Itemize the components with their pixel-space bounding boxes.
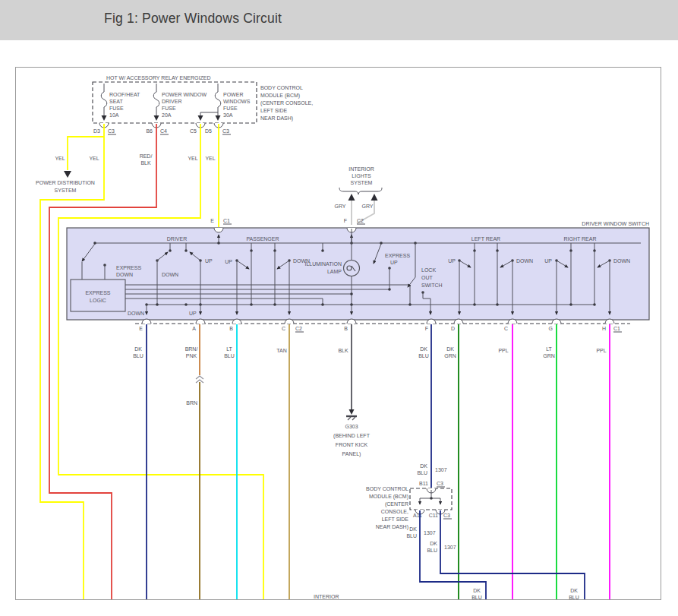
fuse2-line4: 20A	[162, 112, 172, 118]
int-lights-line2: LIGHTS	[352, 173, 371, 178]
bcm-top-line1: BODY CONTROL	[260, 85, 303, 90]
bcm-l4: CONSOLE,	[381, 509, 408, 514]
lbl-f-2: BLU	[418, 353, 429, 359]
label-down-driver: DOWN	[162, 272, 178, 277]
conn-b2: B	[344, 326, 348, 331]
lbl-e-1: DK	[134, 346, 142, 352]
label-out-down: DOWN	[128, 311, 144, 316]
bcm-l6: NEAR DASH)	[376, 524, 408, 530]
pin-c3b: C3	[222, 128, 229, 134]
bcm-top-line3: (CENTER CONSOLE,	[260, 100, 313, 106]
switchbox-title: DRIVER WINDOW SWITCH	[582, 221, 649, 226]
illum-line1: ILLUMINATION	[305, 261, 342, 267]
g303-line3: FRONT KICK	[336, 442, 368, 447]
lbl-g-1: LT	[546, 346, 552, 352]
express-down-line1: EXPRESS	[116, 265, 141, 270]
pin-d3: D3	[93, 128, 100, 134]
fuse3-line2: WINDOWS	[223, 99, 251, 104]
lbl-h-ppl: PPL	[596, 348, 606, 353]
conn-g: G	[549, 326, 553, 331]
label-bot-dkblu-a1: DK	[473, 588, 481, 593]
fuse3-line3: FUSE	[223, 106, 238, 111]
label-down-right-rear: DOWN	[613, 258, 630, 264]
label-bot-dkblu-a2: BLU	[471, 595, 482, 600]
label-interior: INTERIOR	[314, 594, 339, 599]
lbl-a-2: PNK	[186, 353, 197, 359]
bcm-pin-c11: C11	[429, 513, 438, 518]
wiring-diagram: HOT W/ ACCESSORY RELAY ENERGIZED ROOF/HE…	[0, 0, 678, 616]
lockout-line1: LOCK	[421, 267, 436, 273]
lbl-b1-2: BLU	[224, 353, 235, 359]
conn-d: D	[451, 326, 455, 331]
bcm-l1: BODY CONTROL	[366, 486, 408, 491]
bcm-l3: (CENTER	[385, 501, 408, 507]
bcm-top-line2: MODULE (BCM)	[260, 93, 300, 99]
fuse1-line1: ROOF/HEAT	[109, 92, 140, 97]
express-logic-line2: LOGIC	[90, 298, 106, 303]
lbl-c-tan: TAN	[276, 348, 286, 353]
g303-line1: G303	[345, 424, 358, 429]
fuse2-line1: POWER WINDOW	[162, 92, 207, 97]
label-up-right-rear: UP	[544, 258, 552, 264]
label-yel4: YEL	[205, 156, 215, 161]
conn-h: H	[602, 326, 606, 331]
ref-c1-top: C1	[223, 218, 230, 223]
bcm-wirec-1: DK	[430, 541, 437, 546]
conn-c2: C	[504, 326, 508, 331]
bcm-wiretop-2: BLU	[417, 470, 427, 475]
lockout-line2: OUT	[421, 275, 434, 280]
lbl-b-blk: BLK	[338, 348, 348, 353]
label-bot-dkblu-c1: DK	[570, 588, 578, 593]
pin-d5: D5	[205, 128, 212, 134]
bcm-wirea-1: DK	[409, 526, 417, 532]
bcm-ckt-c: 1307	[444, 545, 456, 550]
fuse1-line4: 10A	[109, 112, 119, 118]
lbl-e-2: BLU	[133, 353, 143, 359]
fuse3-line1: POWER	[223, 92, 243, 97]
bcm-pin-a11: A11	[413, 513, 422, 518]
bcm-ckt-top: 1307	[435, 467, 447, 472]
power-windows-wiring-page: Fig 1: Power Windows Circuit HOT W/ ACCE…	[0, 0, 678, 616]
conn-b1: B	[229, 326, 233, 331]
lockout-line3: SWITCH	[421, 283, 443, 288]
bcm-l2: MODULE (BCM)	[369, 494, 408, 500]
pin-e: E	[210, 218, 214, 223]
sec-driver: DRIVER	[167, 236, 187, 242]
bcm-ckt-a: 1307	[424, 530, 436, 535]
lbl-d-1: DK	[446, 346, 454, 352]
power-dist-line2: SYSTEM	[55, 188, 77, 193]
pin-c4: C4	[160, 128, 167, 134]
lbl-g-2: GRN	[543, 353, 555, 359]
label-yel3: YEL	[188, 156, 197, 161]
label-bot-dkblu-c2: BLU	[569, 595, 579, 600]
pin-c5: C5	[190, 128, 197, 134]
illum-line2: LAMP	[327, 269, 342, 274]
power-dist-line1: POWER DISTRIBUTION	[36, 180, 95, 185]
label-up-driver: UP	[205, 258, 213, 264]
label-down-left-rear: DOWN	[516, 258, 533, 264]
sec-right-rear: RIGHT REAR	[563, 236, 596, 242]
label-gry1: GRY	[334, 204, 345, 209]
lbl-a-1: BRN/	[185, 346, 198, 352]
express-up-line2: UP	[390, 260, 398, 265]
fuse1-line3: FUSE	[109, 106, 124, 111]
conn-e: E	[139, 326, 143, 331]
sec-left-rear: LEFT REAR	[471, 236, 500, 242]
int-lights-line3: SYSTEM	[351, 180, 373, 185]
fuse2-line3: FUSE	[162, 106, 176, 111]
ref-c2-bottom: C2	[295, 326, 302, 331]
label-gry2: GRY	[361, 204, 373, 209]
bcm-l5: LEFT SIDE	[382, 516, 409, 522]
express-logic-rect	[71, 280, 125, 311]
label-up-left-rear: UP	[448, 258, 456, 264]
bcm-top-line5: NEAR DASH)	[260, 115, 293, 122]
express-up-line1: EXPRESS	[385, 253, 410, 258]
fuse2-line2: DRIVER	[162, 99, 181, 104]
int-lights-line1: INTERIOR	[348, 166, 374, 172]
conn-f: F	[425, 326, 428, 331]
label-yel1: YEL	[55, 156, 65, 161]
label-up-passenger: UP	[225, 259, 232, 264]
sec-passenger: PASSENGER	[246, 236, 279, 242]
label-yel2: YEL	[89, 156, 99, 161]
g303-line2: (BEHIND LEFT	[333, 433, 371, 439]
